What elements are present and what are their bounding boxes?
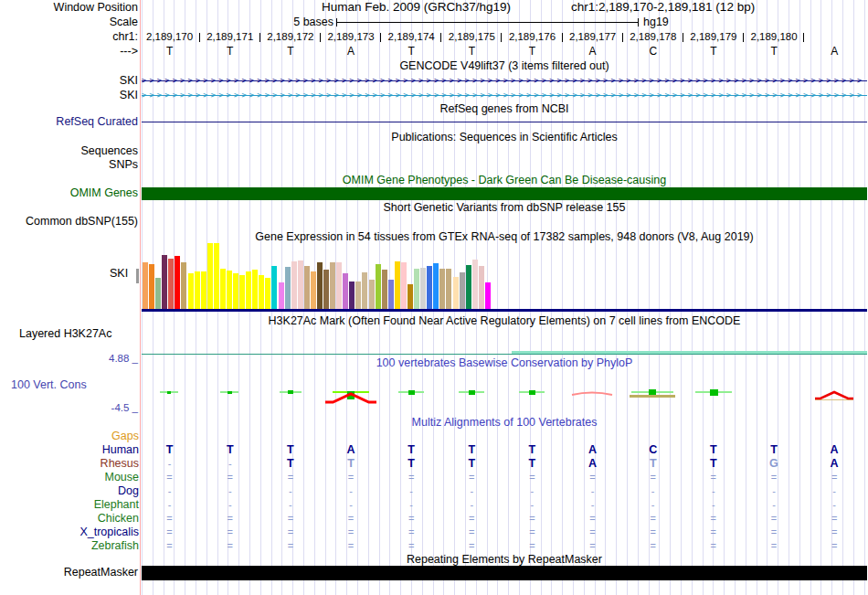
gencode-transcript-label-1[interactable]: SKI	[120, 75, 138, 87]
gtex-bar[interactable]	[143, 262, 148, 310]
reference-base: T	[502, 46, 562, 58]
gtex-bar[interactable]	[336, 262, 342, 310]
gtex-bar[interactable]	[427, 266, 432, 310]
repeatmasker-bar[interactable]	[142, 566, 867, 580]
gtex-bar[interactable]	[479, 266, 484, 310]
multiz-species-label[interactable]: Chicken	[98, 513, 139, 525]
h3k27ac-signal-line[interactable]	[142, 354, 867, 355]
gtex-bar[interactable]	[446, 269, 451, 310]
gtex-bar[interactable]	[233, 273, 238, 310]
multiz-cell: =	[744, 526, 804, 538]
gtex-bar[interactable]	[181, 262, 186, 310]
gtex-bar[interactable]	[330, 262, 335, 310]
gtex-bar[interactable]	[466, 265, 471, 310]
multiz-row-mouse[interactable]: ============	[140, 472, 866, 483]
gtex-bar[interactable]	[349, 282, 355, 310]
gtex-bar[interactable]	[362, 272, 367, 310]
gtex-bar[interactable]	[265, 278, 270, 310]
gtex-bar[interactable]	[408, 284, 413, 310]
gtex-bar[interactable]	[382, 270, 387, 310]
gtex-bar[interactable]	[433, 263, 439, 310]
gtex-bar[interactable]	[155, 278, 161, 310]
assembly-text: Human Feb. 2009 (GRCh37/hg19)	[322, 1, 511, 14]
h3k27ac-label[interactable]: Layered H3K27Ac	[19, 328, 111, 340]
omim-genes-label[interactable]: OMIM Genes	[70, 187, 138, 199]
gtex-bar[interactable]	[304, 266, 310, 310]
gtex-bar[interactable]	[401, 262, 407, 310]
snps-label[interactable]: SNPs	[109, 159, 138, 171]
gtex-bar[interactable]	[395, 261, 400, 310]
gtex-bar[interactable]	[376, 264, 381, 310]
gtex-bar[interactable]	[220, 269, 226, 310]
refseq-gene-line[interactable]	[142, 122, 867, 122]
gtex-bar[interactable]	[414, 269, 419, 310]
multiz-row-elephant[interactable]: ------------	[140, 499, 866, 511]
sequences-label[interactable]: Sequences	[80, 145, 138, 157]
gtex-bar[interactable]	[259, 275, 264, 310]
multiz-row-human[interactable]: TTTATTTACTTA	[140, 444, 866, 456]
gtex-bar[interactable]	[246, 271, 251, 310]
gtex-bar[interactable]	[369, 280, 375, 310]
gtex-bar[interactable]	[420, 268, 426, 310]
gtex-bar[interactable]	[453, 277, 459, 310]
gtex-bar[interactable]	[285, 267, 291, 310]
multiz-cell: T	[502, 444, 562, 456]
gtex-bar[interactable]	[291, 261, 297, 310]
h3k27ac-signal-highlight[interactable]	[512, 351, 867, 354]
multiz-cell: =	[623, 540, 683, 552]
omim-gene-bar[interactable]	[142, 187, 867, 200]
gtex-bar[interactable]	[188, 273, 194, 310]
gtex-bar[interactable]	[472, 260, 478, 310]
gtex-bar[interactable]	[207, 243, 213, 310]
gtex-bar[interactable]	[227, 271, 232, 310]
multiz-row-dog[interactable]: ------------	[140, 485, 866, 497]
gtex-bar[interactable]	[214, 243, 219, 310]
gencode-transcript-2[interactable]: >>>>>>>>>>>>>>>>>>>>>>>>>>>>>>>>>>>>>>>>…	[142, 89, 867, 102]
gtex-bar[interactable]	[168, 259, 174, 310]
multiz-species-label[interactable]: Elephant	[94, 499, 139, 511]
repeatmasker-label[interactable]: RepeatMasker	[64, 567, 138, 579]
gtex-bar[interactable]	[239, 275, 245, 310]
gtex-bar[interactable]	[311, 271, 316, 310]
gtex-bar[interactable]	[460, 272, 465, 310]
gtex-bar[interactable]	[162, 255, 167, 310]
gtex-bar[interactable]	[439, 269, 445, 310]
multiz-species-label[interactable]: Dog	[118, 485, 139, 497]
multiz-row-rhesus[interactable]: --TTTTTATTGA	[140, 458, 866, 470]
multiz-row-gaps[interactable]	[140, 430, 866, 442]
gtex-bar[interactable]	[355, 282, 361, 310]
gencode-transcript-label-2[interactable]: SKI	[120, 90, 138, 101]
refseq-curated-label[interactable]: RefSeq Curated	[56, 116, 138, 128]
gtex-bar[interactable]	[317, 262, 323, 310]
gtex-bar[interactable]	[201, 271, 206, 310]
gtex-bar[interactable]	[252, 270, 258, 310]
gtex-bar[interactable]	[485, 282, 491, 310]
multiz-cell: =	[562, 472, 622, 483]
gtex-bar[interactable]	[323, 270, 329, 310]
multiz-row-x_tropicalis[interactable]: ============	[140, 526, 866, 538]
multiz-cell: -	[804, 485, 864, 497]
multiz-row-chicken[interactable]: ============	[140, 513, 866, 525]
common-dbsnp-label[interactable]: Common dbSNP(155)	[26, 216, 138, 228]
multiz-species-label[interactable]: Zebrafish	[91, 540, 139, 552]
gtex-bar[interactable]	[149, 264, 154, 310]
gtex-bar[interactable]	[343, 273, 348, 310]
repeatmasker-track-title: Repeating Elements by RepeatMasker	[142, 554, 867, 566]
multiz-cell: -	[200, 458, 260, 470]
gtex-bar[interactable]	[298, 260, 303, 310]
multiz-species-label[interactable]: X_tropicalis	[79, 526, 139, 538]
gtex-bar[interactable]	[271, 266, 277, 310]
gtex-bar[interactable]	[279, 282, 284, 310]
gtex-bar[interactable]	[175, 256, 180, 310]
gtex-bar[interactable]	[388, 280, 394, 310]
multiz-species-label[interactable]: Rhesus	[101, 458, 139, 470]
gtex-bar-chart[interactable]	[142, 242, 867, 310]
multiz-species-label[interactable]: Gaps	[111, 430, 139, 442]
multiz-species-label[interactable]: Mouse	[104, 472, 139, 483]
gtex-gene-label[interactable]: SKI	[110, 268, 128, 280]
gtex-bar[interactable]	[195, 271, 200, 310]
gencode-transcript-1[interactable]: >>>>>>>>>>>>>>>>>>>>>>>>>>>>>>>>>>>>>>>>…	[142, 74, 867, 88]
multiz-row-zebrafish[interactable]: ============	[140, 540, 866, 552]
gene-direction-arrows: >>>>>>>>>>>>>>>>>>>>>>>>>>>>>>>>>>>>>>>>…	[142, 74, 867, 88]
multiz-species-label[interactable]: Human	[102, 444, 139, 456]
